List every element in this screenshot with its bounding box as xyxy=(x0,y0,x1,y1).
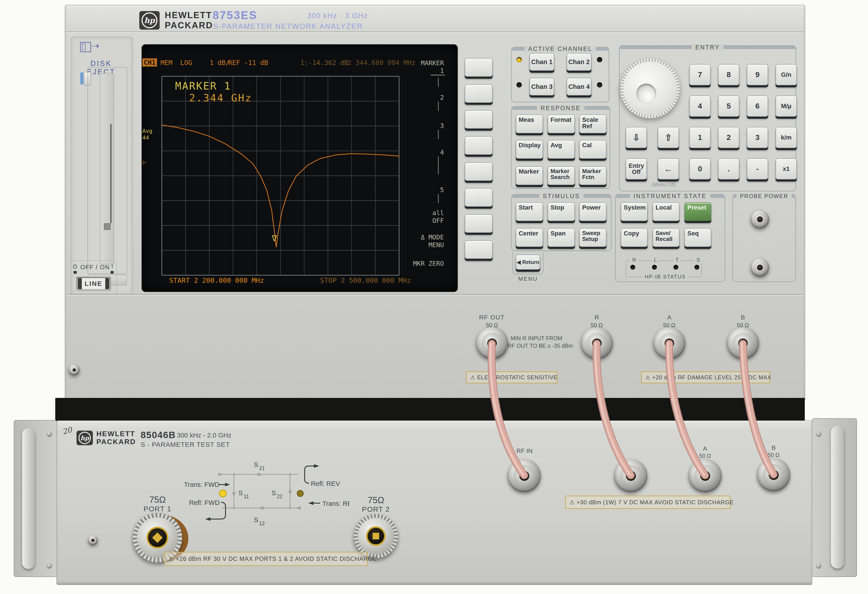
rack-screw-left-bottom[interactable] xyxy=(47,563,52,568)
ts-r-connector[interactable] xyxy=(614,459,647,492)
crt-marker-readout-db: 1:-14.362 dB xyxy=(300,59,348,66)
floppy-slot-button[interactable] xyxy=(104,223,111,230)
seq-button[interactable]: Seq xyxy=(685,228,711,247)
crt-avg-count: 44 xyxy=(142,134,149,141)
section-title-entry: ENTRY xyxy=(692,44,723,51)
format-button[interactable]: Format xyxy=(548,115,575,133)
a-input-connector[interactable] xyxy=(653,327,685,359)
key-kilo-milli[interactable]: k/m xyxy=(776,127,797,148)
start-button[interactable]: Start xyxy=(516,202,543,221)
display-button[interactable]: Display xyxy=(516,140,543,159)
port2-connector[interactable] xyxy=(354,514,398,558)
svg-text:Trans: REV: Trans: REV xyxy=(322,500,349,507)
floppy-slot[interactable] xyxy=(100,73,114,264)
return-button[interactable]: ◀ Return xyxy=(516,255,540,270)
key-4[interactable]: 4 xyxy=(689,96,711,117)
softkey-button-6[interactable] xyxy=(465,188,493,207)
center-button[interactable]: Center xyxy=(516,228,543,247)
key-arrow-up[interactable]: ⇧ xyxy=(658,127,679,148)
marker-button[interactable]: Marker xyxy=(516,166,543,185)
key-decimal[interactable]: . xyxy=(718,158,739,180)
softkey-tick-3 xyxy=(438,130,438,139)
softkey-tick-5 xyxy=(438,194,438,203)
key-8[interactable]: 8 xyxy=(718,64,739,85)
key-giga-nano[interactable]: G/n xyxy=(776,64,797,85)
chan1-button[interactable]: Chan 1 xyxy=(530,53,554,71)
inputs-warning-text: ⚠ +30 dBm (1W) 7 V DC MAX AVOID STATIC D… xyxy=(569,499,734,506)
backspace-button[interactable]: ← xyxy=(658,158,679,180)
span-button[interactable]: Span xyxy=(548,228,575,247)
softkey-button-4[interactable] xyxy=(465,136,493,155)
section-title-response: RESPONSE xyxy=(537,105,585,112)
title-bar xyxy=(512,195,539,198)
key-6[interactable]: 6 xyxy=(747,96,768,117)
key-9[interactable]: 9 xyxy=(747,64,768,85)
chan3-button[interactable]: Chan 3 xyxy=(530,78,554,96)
key-mega-micro[interactable]: M/µ xyxy=(776,96,797,117)
b-input-connector[interactable] xyxy=(727,327,759,359)
r-input-connector[interactable] xyxy=(581,327,613,359)
ts-b-connector[interactable] xyxy=(757,458,790,491)
ts-a-impedance: 50 Ω xyxy=(688,453,722,459)
stop-button[interactable]: Stop xyxy=(548,202,575,221)
key-5[interactable]: 5 xyxy=(718,96,739,117)
chan4-led xyxy=(597,82,602,87)
ground-terminal[interactable] xyxy=(69,364,80,375)
rack-screw-right-top[interactable] xyxy=(816,432,821,436)
min-r-input-note-line1: MIN R INPUT FROM xyxy=(511,335,562,342)
softkey-button-2[interactable] xyxy=(465,84,493,103)
test-set-hp-logo: hp xyxy=(77,430,93,445)
scale-ref-button[interactable]: Scale Ref xyxy=(579,115,607,133)
preset-button[interactable]: Preset xyxy=(685,202,711,221)
softkey-button-1[interactable] xyxy=(465,58,493,77)
softkey-button-3[interactable] xyxy=(465,110,493,129)
key-0[interactable]: 0 xyxy=(689,158,711,180)
softkey-button-5[interactable] xyxy=(465,162,493,181)
chan2-button[interactable]: Chan 2 xyxy=(567,53,591,71)
probe-power-connector-1[interactable] xyxy=(751,210,769,228)
key-minus[interactable]: - xyxy=(747,158,768,180)
key-arrow-down[interactable]: ⇩ xyxy=(626,127,647,148)
key-3[interactable]: 3 xyxy=(747,127,768,148)
cal-button[interactable]: Cal xyxy=(579,140,607,159)
avg-button[interactable]: Avg xyxy=(548,140,575,159)
rf-out-connector[interactable] xyxy=(476,327,508,359)
system-button[interactable]: System xyxy=(621,202,648,221)
hp-logo: hp xyxy=(139,11,159,29)
softkey-button-7[interactable] xyxy=(465,214,493,233)
disk-eject-button[interactable] xyxy=(80,72,83,84)
ts-a-connector[interactable] xyxy=(688,459,722,492)
marker-fctn-button[interactable]: Marker Fctn xyxy=(579,166,607,185)
save-recall-button[interactable]: Save/ Recall xyxy=(652,228,679,247)
probe-power-connector-2[interactable] xyxy=(751,258,769,277)
entry-off-button[interactable]: Entry Off xyxy=(626,158,647,180)
key-1[interactable]: 1 xyxy=(689,127,711,148)
rack-screw-left-top[interactable] xyxy=(47,432,52,436)
chan4-button[interactable]: Chan 4 xyxy=(567,78,591,96)
svg-text:S: S xyxy=(254,516,258,523)
key-x1[interactable]: x1 xyxy=(776,158,797,180)
softkey-label-underline xyxy=(431,75,445,75)
softkey-button-8[interactable] xyxy=(465,240,493,259)
copy-button[interactable]: Copy xyxy=(621,228,648,247)
rack-screw-right-bottom[interactable] xyxy=(816,563,821,568)
softkey-label-delta-mode: Δ MODE MENU xyxy=(406,233,444,249)
power-button[interactable]: Power xyxy=(579,202,607,221)
rf-in-connector[interactable] xyxy=(508,459,541,492)
key-7[interactable]: 7 xyxy=(689,64,711,85)
rack-handle-left[interactable] xyxy=(22,428,35,569)
softkey-label-5: 5 xyxy=(406,186,444,194)
chan1-led xyxy=(517,57,522,62)
marker-search-button[interactable]: Marker Search xyxy=(548,166,575,185)
local-button[interactable]: Local xyxy=(652,202,679,221)
rack-ear-left xyxy=(14,420,57,577)
key-2[interactable]: 2 xyxy=(718,127,739,148)
hpib-led-s xyxy=(694,265,699,270)
rack-handle-right[interactable] xyxy=(831,426,844,569)
test-set-ground-jack[interactable] xyxy=(88,535,98,545)
sweep-setup-button[interactable]: Sweep Setup xyxy=(579,228,607,247)
line-button[interactable]: LINE xyxy=(78,278,109,289)
meas-button[interactable]: Meas xyxy=(516,115,543,133)
section-title-active-channel: ACTIVE CHANNEL xyxy=(525,46,596,52)
electrostatic-warning-label: ⚠ ELECTROSTATIC SENSITIVE xyxy=(466,371,558,383)
